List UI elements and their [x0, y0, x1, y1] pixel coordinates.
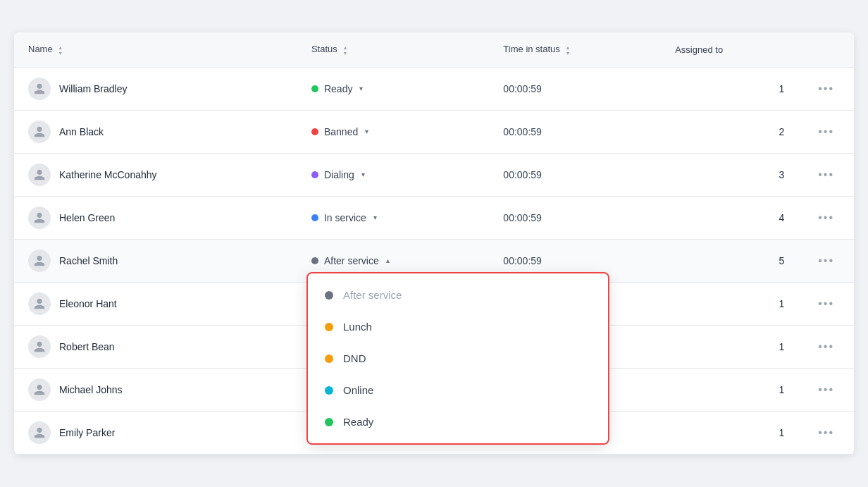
assigned-to-cell: 1	[661, 411, 798, 454]
status-sort-down: ▼	[342, 51, 347, 56]
more-options-button[interactable]: •••	[812, 166, 840, 183]
avatar	[28, 335, 51, 358]
person-icon	[33, 383, 46, 396]
assigned-to-cell: 1	[661, 325, 798, 368]
table-row: Ann Black Banned ▾ 00:00:592•••	[14, 110, 854, 153]
dropdown-item[interactable]: Online	[308, 374, 608, 406]
avatar	[28, 249, 51, 272]
status-dot	[311, 214, 318, 221]
status-cell: Dialing ▾	[297, 153, 489, 196]
actions-cell: •••	[798, 110, 854, 153]
more-options-button[interactable]: •••	[812, 424, 840, 441]
name-sort-icons[interactable]: ▲ ▼	[58, 45, 63, 56]
time-value: 00:00:59	[503, 169, 542, 180]
assigned-count: 1	[779, 384, 784, 395]
person-icon	[33, 82, 46, 95]
agent-name: Helen Green	[59, 212, 115, 223]
actions-cell: •••	[798, 67, 854, 110]
main-table-container: Name ▲ ▼ Status ▲ ▼ Time in status	[14, 32, 854, 454]
status-sort-icons[interactable]: ▲ ▼	[342, 45, 347, 56]
dropdown-status-dot	[325, 386, 333, 395]
more-options-button[interactable]: •••	[812, 295, 840, 312]
dropdown-status-dot	[325, 418, 333, 426]
agent-name: Katherine McConahhy	[59, 169, 157, 180]
agent-name: Emily Parker	[59, 427, 115, 438]
actions-cell: •••	[798, 282, 854, 325]
name-column-header[interactable]: Name ▲ ▼	[14, 32, 297, 67]
actions-cell: •••	[798, 368, 854, 411]
actions-cell: •••	[798, 411, 854, 454]
status-column-header[interactable]: Status ▲ ▼	[297, 32, 489, 67]
avatar	[28, 421, 51, 444]
person-icon	[33, 254, 46, 267]
more-options-button[interactable]: •••	[812, 80, 840, 97]
avatar	[28, 206, 51, 229]
name-cell: Ann Black	[14, 110, 297, 153]
name-cell: William Bradley	[14, 67, 297, 110]
status-cell: Ready ▾	[297, 67, 489, 110]
person-icon	[33, 340, 46, 353]
more-options-button[interactable]: •••	[812, 209, 840, 226]
assigned-to-cell: 1	[661, 67, 798, 110]
time-value: 00:00:59	[503, 126, 542, 137]
person-icon	[33, 125, 46, 138]
status-cell: Banned ▾	[297, 110, 489, 153]
agent-name: Robert Bean	[59, 341, 115, 352]
table-row: Katherine McConahhy Dialing ▾ 00:00:593•…	[14, 153, 854, 196]
chevron-down-icon: ▾	[361, 171, 365, 178]
dropdown-status-dot	[325, 291, 333, 300]
name-sort-down: ▼	[58, 51, 63, 56]
dropdown-status-dot	[325, 323, 333, 331]
avatar	[28, 78, 51, 100]
dropdown-item-label: Ready	[343, 416, 373, 428]
agent-name: William Bradley	[59, 83, 127, 94]
actions-cell: •••	[798, 153, 854, 196]
dropdown-item: After service	[308, 279, 608, 311]
status-content[interactable]: Banned ▾	[311, 126, 475, 137]
name-cell: Rachel Smith	[14, 239, 297, 282]
person-icon	[33, 426, 46, 439]
person-icon	[33, 211, 46, 224]
assigned-to-cell: 1	[661, 368, 798, 411]
actions-column-header	[798, 32, 854, 67]
more-options-button[interactable]: •••	[812, 338, 840, 355]
assigned-count: 1	[779, 341, 784, 352]
name-cell: Robert Bean	[14, 325, 297, 368]
chevron-down-icon: ▾	[359, 85, 363, 92]
name-cell: Emily Parker	[14, 411, 297, 454]
avatar	[28, 292, 51, 315]
status-label: In service	[324, 212, 366, 223]
dropdown-status-dot	[325, 355, 333, 363]
status-dot	[311, 128, 318, 135]
more-options-button[interactable]: •••	[812, 252, 840, 269]
table-row: Helen Green In service ▾ 00:00:594•••	[14, 196, 854, 239]
avatar	[28, 164, 51, 186]
status-content[interactable]: After service ▴	[311, 255, 475, 266]
time-in-status-column-header[interactable]: Time in status ▲ ▼	[489, 32, 661, 67]
status-content[interactable]: In service ▾	[311, 212, 475, 223]
more-options-button[interactable]: •••	[812, 381, 840, 398]
assigned-to-column-header: Assigned to	[661, 32, 798, 67]
avatar	[28, 121, 51, 143]
dropdown-item[interactable]: Ready	[308, 406, 608, 438]
time-in-status-cell: 00:00:59	[489, 153, 661, 196]
time-value: 00:00:59	[503, 83, 542, 94]
agent-name: Eleonor Hant	[59, 298, 117, 309]
status-label: After service	[324, 255, 379, 266]
more-options-button[interactable]: •••	[812, 123, 840, 140]
name-cell: Katherine McConahhy	[14, 153, 297, 196]
status-content[interactable]: Ready ▾	[311, 83, 475, 94]
dropdown-item[interactable]: Lunch	[308, 311, 608, 343]
status-dot	[311, 85, 318, 92]
time-sort-icons[interactable]: ▲ ▼	[565, 45, 570, 56]
status-sort-up: ▲	[342, 45, 347, 50]
assigned-to-cell: 5	[661, 239, 798, 282]
status-label: Banned	[324, 126, 358, 137]
status-content[interactable]: Dialing ▾	[311, 169, 475, 180]
time-in-status-cell: 00:00:59	[489, 196, 661, 239]
assigned-count: 1	[779, 427, 784, 438]
assigned-count: 1	[779, 83, 784, 94]
dropdown-item-label: Lunch	[343, 321, 372, 333]
dropdown-item[interactable]: DND	[308, 343, 608, 374]
agent-name: Michael Johns	[59, 384, 123, 395]
